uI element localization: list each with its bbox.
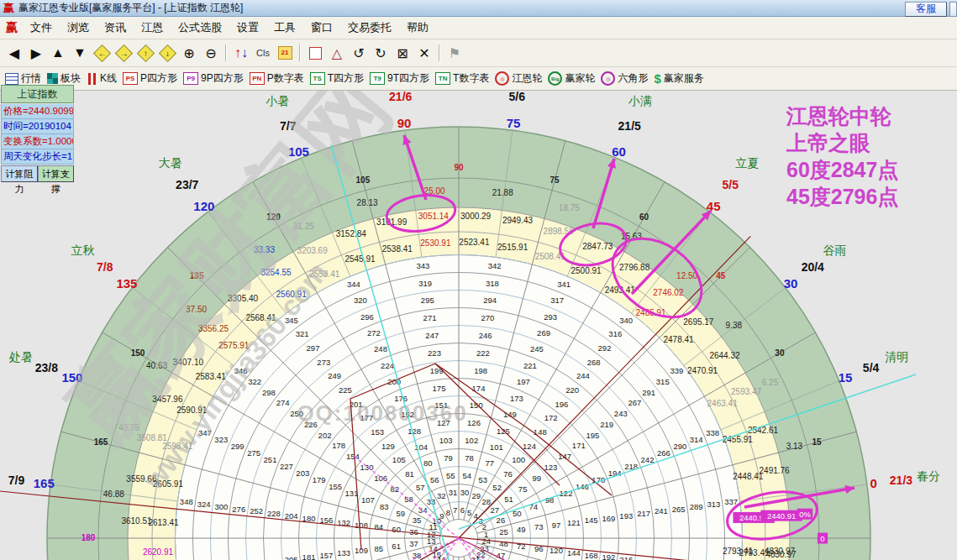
- svg-text:7/8: 7/8: [97, 260, 113, 274]
- svg-text:83: 83: [380, 502, 389, 511]
- svg-text:175: 175: [433, 384, 446, 393]
- kline-icon: [87, 73, 97, 85]
- up-triangle-icon[interactable]: ▲: [48, 43, 68, 63]
- svg-text:133: 133: [337, 548, 350, 557]
- toolbar-item-p-square[interactable]: PSP四方形: [123, 71, 177, 86]
- 9t-square-icon: T9: [370, 72, 385, 85]
- svg-text:57: 57: [416, 483, 425, 492]
- toolbar-item-9p-square[interactable]: P99P四方形: [183, 71, 244, 86]
- menu-item-3[interactable]: 江恩: [134, 18, 171, 38]
- down-triangle-icon[interactable]: ▼: [70, 43, 90, 63]
- cross-tool-icon[interactable]: ✕: [414, 43, 434, 63]
- menu-item-8[interactable]: 交易委托: [340, 18, 399, 38]
- toolbar-item-9t-square[interactable]: T99T四方形: [370, 71, 429, 86]
- toolbar-item-hexagon[interactable]: ◎六角形: [601, 71, 648, 86]
- svg-text:348: 348: [180, 497, 193, 506]
- svg-text:103: 103: [439, 436, 453, 445]
- svg-text:85: 85: [375, 544, 384, 553]
- customer-service-button[interactable]: 客服: [905, 2, 947, 17]
- svg-text:155: 155: [329, 482, 342, 491]
- svg-text:0%: 0%: [799, 510, 811, 519]
- flag-icon[interactable]: ⚑: [444, 43, 465, 63]
- svg-text:179: 179: [313, 475, 326, 484]
- svg-text:上帝之眼: 上帝之眼: [786, 131, 870, 154]
- svg-text:3051.14: 3051.14: [418, 212, 450, 221]
- svg-text:7: 7: [453, 505, 457, 515]
- toolbar-item-quotes[interactable]: 行情: [5, 71, 41, 86]
- svg-text:35: 35: [413, 516, 422, 525]
- svg-text:153: 153: [371, 427, 384, 437]
- diamond-down-icon[interactable]: ↓: [157, 43, 177, 63]
- diamond-up-icon[interactable]: ↑: [135, 43, 155, 63]
- back-arrow-icon[interactable]: ◀: [4, 43, 24, 63]
- menu-item-4[interactable]: 公式选股: [171, 18, 229, 38]
- svg-text:221: 221: [523, 361, 537, 370]
- quotes-label: 行情: [21, 71, 41, 86]
- sectors-label: 板块: [60, 71, 81, 86]
- svg-text:34: 34: [418, 505, 428, 515]
- diamond-left-icon[interactable]: ←: [92, 43, 112, 63]
- zoom-out-icon[interactable]: ⊖: [201, 43, 221, 63]
- square-tool-icon[interactable]: [305, 43, 325, 63]
- svg-text:46.88: 46.88: [103, 489, 124, 499]
- toolbar-item-sectors[interactable]: 板块: [47, 71, 81, 86]
- cls-button[interactable]: Cls: [253, 43, 273, 63]
- boxed-x-icon[interactable]: ⊠: [392, 43, 413, 63]
- forward-arrow-icon[interactable]: ▶: [26, 43, 46, 63]
- calendar-icon[interactable]: 21: [275, 43, 295, 63]
- svg-text:222: 222: [476, 348, 490, 358]
- svg-text:224: 224: [381, 361, 394, 370]
- rotate-cw-icon[interactable]: ↻: [371, 43, 391, 63]
- toolbar-item-p-number-table[interactable]: PNP数字表: [250, 71, 304, 86]
- svg-text:195: 195: [586, 431, 600, 440]
- svg-text:242: 242: [641, 455, 655, 464]
- menu-item-0[interactable]: 文件: [23, 18, 60, 38]
- svg-text:197: 197: [517, 377, 530, 386]
- hexagon-icon: ◎: [601, 71, 615, 86]
- zoom-in-icon[interactable]: ⊕: [179, 43, 199, 63]
- clipped-edge-button[interactable]: [949, 2, 957, 17]
- svg-text:5/5: 5/5: [723, 178, 739, 191]
- gann-wheel-label: 江恩轮: [512, 71, 542, 86]
- svg-text:5/4: 5/4: [863, 361, 880, 374]
- svg-text:298: 298: [262, 388, 276, 397]
- menu-item-2[interactable]: 资讯: [97, 18, 134, 38]
- svg-text:2440.91: 2440.91: [767, 511, 796, 521]
- panel-row-3: 周天变化步长=1: [1, 149, 74, 165]
- menu-item-5[interactable]: 设置: [229, 18, 266, 38]
- toolbar-item-winner-service[interactable]: $赢家服务: [654, 71, 703, 86]
- gann-wheel-icon: ◎: [495, 71, 509, 86]
- svg-text:128: 128: [408, 427, 421, 436]
- p-number-table-label: P数字表: [267, 71, 304, 86]
- svg-text:295: 295: [421, 296, 434, 305]
- menu-item-9[interactable]: 帮助: [399, 18, 436, 38]
- toolbar-item-kline[interactable]: K线: [87, 71, 117, 86]
- index-name: 上证指数: [1, 85, 74, 103]
- panel-row-0: 价格=2440.9099: [1, 104, 74, 119]
- updown-arrows-icon[interactable]: ↑↓: [231, 43, 251, 63]
- menu-item-1[interactable]: 浏览: [60, 18, 97, 38]
- menu-item-7[interactable]: 窗口: [303, 18, 340, 38]
- calc-resistance-button[interactable]: 计算阻力: [1, 165, 38, 182]
- toolbar-item-t-number-table[interactable]: TNT数字表: [435, 71, 489, 86]
- toolbar-item-gann-wheel[interactable]: ◎江恩轮: [495, 71, 542, 86]
- rotate-ccw-icon[interactable]: ↺: [349, 43, 369, 63]
- svg-text:60: 60: [639, 212, 649, 222]
- svg-text:45度2796点: 45度2796点: [786, 185, 898, 208]
- hexagon-label: 六角形: [618, 71, 648, 86]
- toolbar-item-winner-wheel[interactable]: Big赢家轮: [548, 71, 595, 86]
- svg-text:173: 173: [510, 394, 523, 403]
- svg-text:319: 319: [418, 279, 432, 288]
- svg-text:202: 202: [318, 431, 332, 440]
- svg-text:247: 247: [425, 331, 439, 340]
- svg-text:324: 324: [197, 500, 211, 509]
- calc-support-button[interactable]: 计算支撑: [38, 165, 75, 182]
- window-title: 赢家江恩专业版[赢家服务平台] - [上证指数 江恩轮]: [18, 1, 243, 15]
- svg-text:270: 270: [481, 313, 495, 322]
- svg-text:251: 251: [264, 455, 277, 464]
- diamond-right-icon[interactable]: →: [113, 43, 134, 63]
- menu-item-6[interactable]: 工具: [266, 18, 303, 38]
- toolbar-item-t-square[interactable]: TST四方形: [310, 71, 364, 86]
- svg-text:228: 228: [267, 509, 281, 518]
- triangle-tool-icon[interactable]: △: [327, 43, 347, 63]
